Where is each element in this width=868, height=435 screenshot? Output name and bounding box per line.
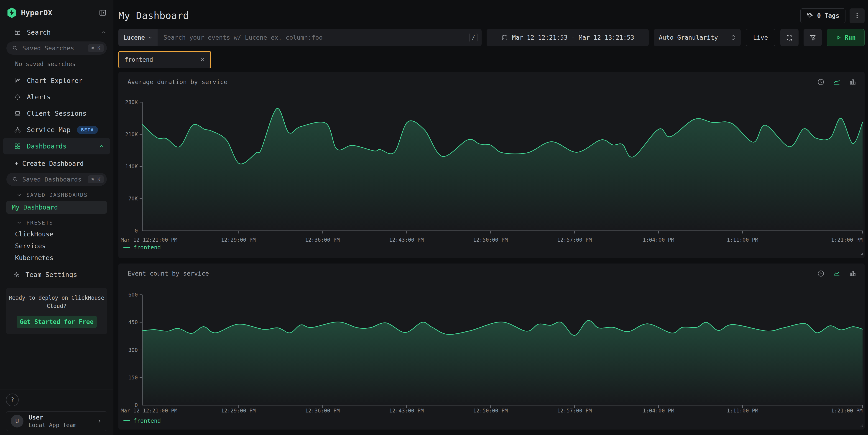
chart-legend: frontend (123, 417, 161, 424)
chart-explorer-icon (14, 77, 21, 84)
preset-services[interactable]: Services (0, 240, 113, 252)
preset-kubernetes[interactable]: Kubernetes (0, 252, 113, 264)
chart-card-average-duration: Average duration by service 070K140K210K… (118, 72, 865, 258)
svg-text:12:43:00 PM: 12:43:00 PM (389, 408, 424, 413)
saved-searches-placeholder: Saved Searches (22, 44, 88, 52)
chevron-right-icon (97, 418, 102, 424)
query-toolbar: Lucene / Mar 12 12:21:53 - Mar 12 13:21:… (118, 29, 865, 46)
group-label: SAVED DASHBOARDS (26, 192, 88, 198)
svg-text:70K: 70K (128, 196, 138, 201)
tags-label: 0 Tags (817, 12, 839, 19)
chart-card-event-count: Event count by service 0150300450600Mar … (118, 263, 865, 430)
preset-clickhouse[interactable]: ClickHouse (0, 228, 113, 240)
svg-text:280K: 280K (125, 99, 138, 105)
group-saved-dashboards[interactable]: SAVED DASHBOARDS (0, 189, 113, 200)
date-range-value: Mar 12 12:21:53 - Mar 12 13:21:53 (512, 34, 634, 41)
user-menu[interactable]: U User Local App Team (6, 411, 107, 431)
dashboard-menu-button[interactable] (849, 8, 865, 23)
svg-text:12:29:00 PM: 12:29:00 PM (221, 408, 256, 413)
sidebar-item-service-map[interactable]: Service Map BETA (0, 122, 113, 138)
bar-chart-toggle-icon[interactable] (848, 269, 858, 279)
page-title: My Dashboard (118, 10, 189, 21)
date-range-button[interactable]: Mar 12 12:21:53 - Mar 12 13:21:53 (487, 29, 649, 46)
main-content: My Dashboard 0 Tags Lucene (114, 0, 868, 435)
saved-dashboards-input[interactable]: Saved Dashboards ⌘ K (6, 173, 107, 186)
app-root: HyperDX Search Saved Searches ⌘ K No sav… (0, 0, 868, 435)
saved-dashboards-placeholder: Saved Dashboards (22, 176, 88, 183)
legend-item[interactable]: frontend (123, 244, 161, 251)
sidebar-item-client-sessions[interactable]: Client Sessions (0, 105, 113, 122)
clickhouse-cloud-promo: Ready to deploy on ClickHouse Cloud? Get… (6, 288, 107, 334)
svg-text:140K: 140K (125, 163, 138, 169)
sidebar-item-label: Dashboards (27, 142, 67, 150)
chevron-up-icon (101, 29, 107, 35)
chevron-up-icon (99, 143, 104, 149)
svg-text:0: 0 (134, 402, 138, 408)
sidebar-item-chart-explorer[interactable]: Chart Explorer (0, 72, 113, 89)
search-icon (12, 176, 18, 182)
svg-text:Mar 12 12:21:00 PM: Mar 12 12:21:00 PM (121, 237, 177, 243)
line-chart-toggle-icon[interactable] (832, 77, 842, 87)
live-button[interactable]: Live (746, 29, 775, 46)
chart-canvas[interactable]: 070K140K210K280KMar 12 12:21:00 PM12:29:… (118, 72, 865, 258)
sidebar-item-label: Client Sessions (27, 110, 87, 117)
filter-button[interactable] (804, 29, 822, 46)
preset-label: Services (15, 242, 46, 250)
calendar-icon (501, 34, 508, 41)
dots-vertical-icon (854, 12, 861, 19)
sidebar-item-dashboards[interactable]: Dashboards (3, 138, 110, 154)
svg-text:0: 0 (134, 228, 138, 234)
sidebar-collapse-icon[interactable] (99, 9, 107, 17)
sidebar-item-alerts[interactable]: Alerts (0, 89, 113, 105)
chart-title: Event count by service (127, 270, 209, 277)
svg-text:1:04:00 PM: 1:04:00 PM (643, 237, 674, 243)
chart-legend: frontend (123, 244, 161, 251)
search-group: Lucene / (118, 29, 482, 46)
filter-edit-icon (809, 34, 816, 41)
saved-dashboard-my-dashboard[interactable]: My Dashboard (6, 201, 107, 214)
resize-handle[interactable] (859, 252, 863, 257)
help-button[interactable]: ? (6, 394, 19, 406)
table-icon (14, 29, 21, 36)
close-icon[interactable] (199, 57, 206, 63)
tags-button[interactable]: 0 Tags (800, 8, 845, 23)
saved-searches-input[interactable]: Saved Searches ⌘ K (6, 41, 107, 55)
line-chart-toggle-icon[interactable] (832, 269, 842, 279)
granularity-select[interactable]: Auto Granularity (654, 29, 741, 46)
beta-badge: BETA (77, 126, 98, 134)
run-label: Run (845, 34, 856, 41)
sidebar-section-search[interactable]: Search (0, 27, 113, 38)
language-select[interactable]: Lucene (118, 29, 158, 46)
refresh-button[interactable] (780, 29, 799, 46)
group-presets[interactable]: PRESETS (0, 217, 113, 228)
svg-text:12:57:00 PM: 12:57:00 PM (557, 408, 592, 413)
search-input[interactable] (158, 29, 482, 46)
bar-chart-toggle-icon[interactable] (848, 77, 858, 87)
granularity-value: Auto Granularity (659, 34, 718, 41)
chevron-down-icon (17, 220, 22, 225)
gear-icon (13, 271, 20, 278)
resize-handle[interactable] (859, 423, 863, 428)
create-dashboard-label: + Create Dashboard (14, 160, 84, 167)
chart-canvas[interactable]: 0150300450600Mar 12 12:21:00 PM12:29:00 … (118, 263, 865, 430)
filter-value: frontend (125, 56, 199, 63)
sidebar-item-team-settings[interactable]: Team Settings (0, 267, 113, 283)
sidebar-item-label: Alerts (27, 93, 51, 101)
time-range-icon[interactable] (816, 77, 826, 87)
laptop-icon (14, 110, 21, 117)
dashboard-filter-chip[interactable]: frontend (118, 51, 211, 68)
promo-text: Ready to deploy on ClickHouse Cloud? (8, 294, 105, 310)
svg-text:12:43:00 PM: 12:43:00 PM (389, 237, 424, 243)
sidebar-bottom: ? U User Local App Team (0, 389, 113, 435)
svg-text:1:21:00 PM: 1:21:00 PM (831, 408, 863, 413)
bell-icon (14, 94, 21, 100)
help-glyph: ? (10, 396, 14, 404)
get-started-button[interactable]: Get Started for Free (17, 316, 97, 328)
saved-dashboards-shortcut: ⌘ K (88, 175, 103, 183)
slash-shortcut-hint: / (469, 33, 477, 42)
preset-label: ClickHouse (15, 230, 54, 238)
create-dashboard-button[interactable]: + Create Dashboard (0, 156, 113, 171)
run-button[interactable]: Run (827, 29, 865, 46)
time-range-icon[interactable] (816, 269, 826, 279)
legend-item[interactable]: frontend (123, 417, 161, 424)
